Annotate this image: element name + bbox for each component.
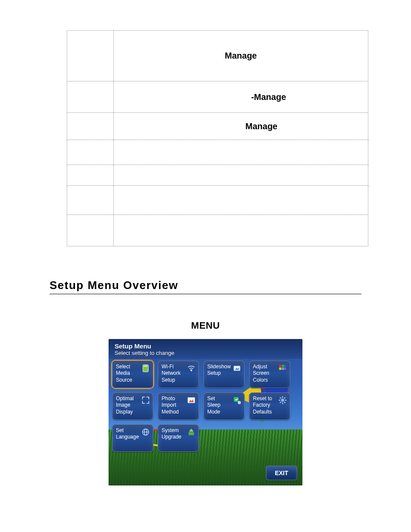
table-cell <box>114 215 368 246</box>
svg-rect-3 <box>146 366 147 367</box>
manage-table: Manage -Manage Manage <box>67 30 368 246</box>
tile-line: Defaults <box>253 409 286 415</box>
svg-point-16 <box>238 401 241 404</box>
tile-photo-import-method[interactable]: Photo Import Method <box>158 392 199 420</box>
exit-button[interactable]: EXIT <box>266 466 297 480</box>
table-cell <box>67 165 114 186</box>
setup-menu-header: Setup Menu Select setting to change <box>109 339 302 359</box>
sleep-icon <box>232 395 242 405</box>
svg-rect-2 <box>145 366 146 367</box>
tile-set-language[interactable]: Set Language <box>112 424 153 452</box>
table-cell <box>67 31 114 81</box>
setup-menu-screenshot: Setup Menu Select setting to change Sele… <box>109 339 302 485</box>
tile-system-upgrade[interactable]: System Upgrade <box>158 424 199 452</box>
tile-select-media-source[interactable]: Select Media Source <box>112 361 153 388</box>
table-cell: Manage <box>114 31 368 81</box>
svg-rect-12 <box>285 367 286 370</box>
setup-tile-grid: Select Media Source Wi-Fi Network Setup <box>109 359 302 452</box>
svg-rect-10 <box>279 367 282 370</box>
tile-line: Source <box>116 377 149 383</box>
tile-line: Mode <box>207 409 241 415</box>
setup-menu-title: Setup Menu <box>115 342 296 350</box>
heading-rule <box>50 294 361 294</box>
table-cell <box>67 113 114 140</box>
table-cell <box>67 186 114 215</box>
import-icon <box>187 395 196 405</box>
svg-rect-29 <box>189 432 194 435</box>
svg-point-4 <box>191 370 192 371</box>
table-cell <box>114 140 368 165</box>
upgrade-icon <box>187 427 196 437</box>
tile-line: Setup <box>162 377 195 383</box>
svg-rect-9 <box>285 365 286 367</box>
svg-rect-7 <box>279 365 282 367</box>
tile-wifi-network-setup[interactable]: Wi-Fi Network Setup <box>158 361 199 388</box>
expand-icon <box>141 395 150 405</box>
table-cell: -Manage <box>114 81 368 113</box>
svg-point-17 <box>281 398 284 401</box>
tile-set-sleep-mode[interactable]: Set Sleep Mode <box>203 392 245 420</box>
table-cell: Manage <box>114 113 368 140</box>
table-cell <box>67 81 114 113</box>
gear-icon <box>278 395 287 405</box>
table-cell <box>114 186 368 215</box>
tile-line: Method <box>162 409 195 415</box>
tile-reset-factory-defaults[interactable]: Reset to Factory Defaults <box>249 392 290 420</box>
svg-line-22 <box>280 398 281 399</box>
svg-rect-11 <box>282 367 284 370</box>
table-cell <box>67 215 114 246</box>
svg-line-23 <box>284 402 286 403</box>
section-heading: Setup Menu Overview <box>50 279 361 292</box>
table-cell <box>67 140 114 165</box>
globe-icon <box>141 427 150 437</box>
svg-line-24 <box>280 402 281 403</box>
tile-slideshow-setup[interactable]: Slideshow Setup <box>203 361 245 388</box>
tile-line: Display <box>116 409 149 415</box>
tile-line: Colors <box>253 377 286 383</box>
color-grid-icon <box>278 364 287 373</box>
setup-menu-subtitle: Select setting to change <box>115 350 296 356</box>
tile-optimal-image-display[interactable]: Optimal Image Display <box>112 392 153 420</box>
svg-marker-30 <box>189 429 194 432</box>
slideshow-icon <box>232 364 242 373</box>
svg-rect-1 <box>144 366 145 367</box>
svg-rect-8 <box>282 365 284 367</box>
table-cell <box>114 165 368 186</box>
tile-adjust-screen-colors[interactable]: Adjust Screen Colors <box>249 361 290 388</box>
svg-line-25 <box>284 398 286 399</box>
menu-label: MENU <box>50 320 361 331</box>
sd-card-icon <box>141 364 150 373</box>
svg-rect-15 <box>234 397 239 402</box>
wifi-icon <box>187 364 196 373</box>
